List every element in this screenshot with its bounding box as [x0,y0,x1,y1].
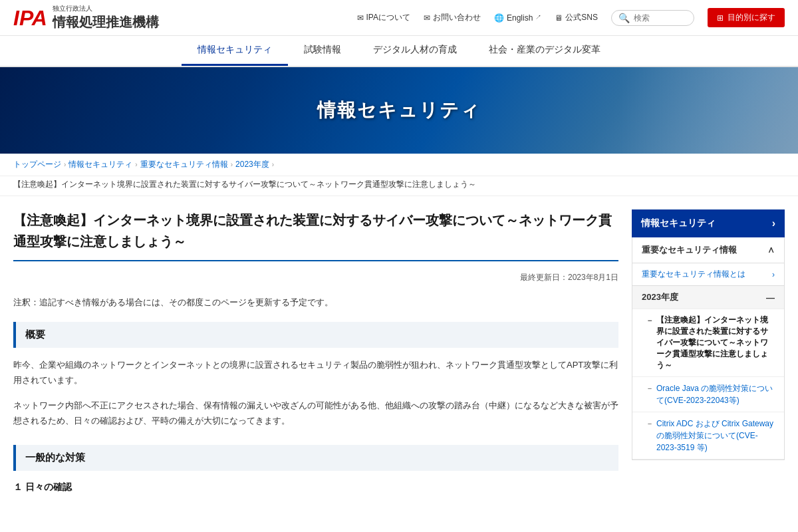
logo-ipa: IPA [13,7,47,29]
purpose-search-button[interactable]: ⊞ 目的別に探す [708,8,785,27]
dash-icon-2: － [646,383,654,394]
overview-para-2: ネットワーク内部へ不正にアクセスされた場合、保有情報の漏えいや改ざんの可能性があ… [13,398,618,429]
logo-sub: 独立行政法人 [53,4,159,13]
overview-para-1: 昨今、企業や組織のネットワークとインターネットとの境界に設置されるセキュリティ製… [13,357,618,388]
grid-icon: ⊞ [717,13,724,23]
sidebar-year-section: 2023年度 — － 【注意喚起】インターネット境界に設置された装置に対するサイ… [632,286,785,460]
search-input[interactable] [634,13,687,23]
section-overview-body: 昨今、企業や組織のネットワークとインターネットとの境界に設置されるセキュリティ製… [13,357,618,429]
logo-main: 情報処理推進機構 [53,13,159,31]
sidebar-header-arrow-icon: › [772,217,775,229]
logo-area: IPA 独立行政法人 情報処理推進機構 [13,4,159,31]
nav-exam[interactable]: 試験情報 [288,36,357,66]
sidebar-year-item-current[interactable]: － 【注意喚起】インターネット境界に設置された装置に対するサイバー攻撃について～… [632,309,784,377]
monitor-icon: 🖥 [555,13,563,23]
sidebar-important-label: 重要なセキュリティ情報 [642,244,737,256]
breadcrumb-top[interactable]: トップページ [13,159,61,170]
note-text: 注釈：追記すべき情報がある場合には、その都度このページを更新する予定です。 [13,297,618,309]
logo-text: 独立行政法人 情報処理推進機構 [53,4,159,31]
sidebar-current-item-label: 【注意喚起】インターネット境界に設置された装置に対するサイバー攻撃について～ネッ… [656,315,775,371]
main-layout: 【注意喚起】インターネット境界に設置された装置に対するサイバー攻撃について～ネッ… [0,196,798,523]
sidebar-important-item-label: 重要なセキュリティ情報とは [642,269,745,280]
hero-banner: 情報セキュリティ [0,67,798,154]
content-area: 【注意喚起】インターネット境界に設置された装置に対するサイバー攻撃について～ネッ… [13,209,618,509]
section-overview: 概要 昨今、企業や組織のネットワークとインターネットとの境界に設置されるセキュリ… [13,322,618,429]
sidebar-important-link[interactable]: 重要なセキュリティ情報とは › [632,263,785,286]
breadcrumb-sep-2: › [135,161,137,168]
collapse-icon: — [766,293,775,303]
hero-title: 情報セキュリティ [317,98,481,123]
site-header: IPA 独立行政法人 情報処理推進機構 ✉ IPAについて ✉ お問い合わせ 🌐… [0,0,798,67]
ipa-about-link[interactable]: ✉ IPAについて [357,12,410,23]
globe-icon: 🌐 [494,13,504,23]
nav-security[interactable]: 情報セキュリティ [182,36,288,66]
sidebar-year-item-citrix[interactable]: － Citrix ADC および Citrix Gateway の脆弱性対策につ… [632,412,784,460]
purpose-search-label: 目的別に探す [728,12,775,23]
contact-label: お問い合わせ [433,12,481,23]
section-measures: 一般的な対策 １ 日々の確認 [13,445,618,493]
contact-link[interactable]: ✉ お問い合わせ [424,12,481,23]
breadcrumb-year[interactable]: 2023年度 [235,159,269,170]
external-icon: ↗ [535,13,541,22]
sub-heading-daily: １ 日々の確認 [13,481,618,493]
page-title-strip: 【注意喚起】インターネット境界に設置された装置に対するサイバー攻撃について～ネッ… [0,176,798,196]
dash-icon-3: － [646,418,654,430]
sidebar-year-label: 2023年度 [642,291,678,303]
header-top-links: ✉ IPAについて ✉ お問い合わせ 🌐 English ↗ 🖥 公式SNS 🔍 [357,8,785,27]
update-date: 最終更新日：2023年8月1日 [13,272,618,283]
ipa-icon: ✉ [357,13,364,23]
section-overview-heading: 概要 [13,322,618,348]
search-box[interactable]: 🔍 [611,10,694,26]
sidebar-header[interactable]: 情報セキュリティ › [632,209,785,237]
sns-label: 公式SNS [565,12,598,23]
nav-digital[interactable]: デジタル人材の育成 [357,36,473,66]
english-label: English [507,13,533,23]
main-nav: 情報セキュリティ 試験情報 デジタル人材の育成 社会・産業のデジタル変革 [0,36,798,67]
sns-link[interactable]: 🖥 公式SNS [555,12,598,23]
sidebar-oracle-link[interactable]: Oracle Java の脆弱性対策について(CVE-2023-22043等) [656,382,775,406]
breadcrumb-sep-1: › [64,161,66,168]
article-title: 【注意喚起】インターネット境界に設置された装置に対するサイバー攻撃について～ネッ… [13,209,618,261]
breadcrumb-sep-3: › [231,161,233,168]
english-link[interactable]: 🌐 English ↗ [494,13,541,23]
section-measures-heading: 一般的な対策 [13,445,618,471]
breadcrumb-security[interactable]: 情報セキュリティ [68,159,132,170]
search-icon: 🔍 [618,13,630,23]
breadcrumb-important[interactable]: 重要なセキュリティ情報 [140,159,228,170]
breadcrumb: トップページ › 情報セキュリティ › 重要なセキュリティ情報 › 2023年度… [0,154,798,176]
nav-society[interactable]: 社会・産業のデジタル変革 [473,36,616,66]
sidebar-header-label: 情報セキュリティ [641,217,716,229]
chevron-right-icon: › [772,270,775,279]
dash-icon-1: － [646,315,654,327]
sidebar-important-section[interactable]: 重要なセキュリティ情報 ∧ [632,237,785,263]
chevron-up-icon: ∧ [767,244,775,256]
ipa-about-label: IPAについて [366,12,410,23]
breadcrumb-sep-4: › [272,161,274,168]
sidebar: 情報セキュリティ › 重要なセキュリティ情報 ∧ 重要なセキュリティ情報とは ›… [632,209,785,509]
sidebar-year-header[interactable]: 2023年度 — [632,286,784,309]
sidebar-year-item-oracle[interactable]: － Oracle Java の脆弱性対策について(CVE-2023-22043等… [632,377,784,412]
envelope-icon: ✉ [424,13,430,23]
sidebar-citrix-link[interactable]: Citrix ADC および Citrix Gateway の脆弱性対策について… [656,418,775,454]
